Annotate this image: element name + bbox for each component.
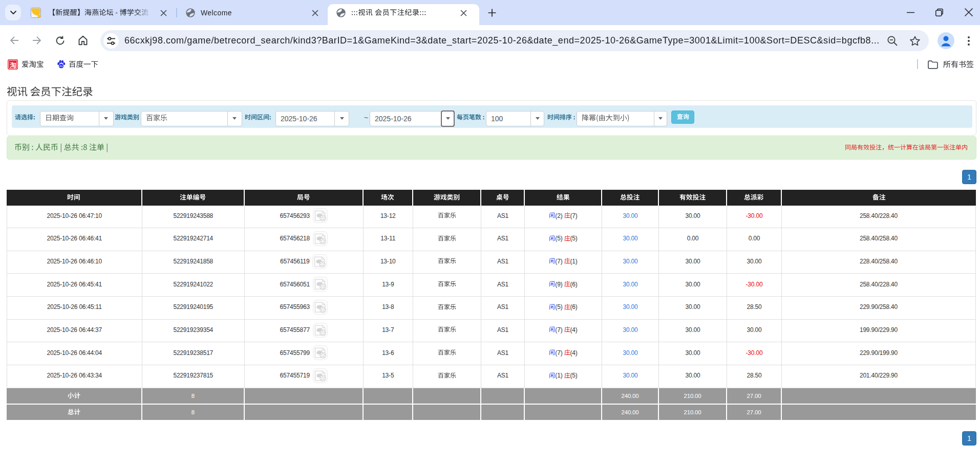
svg-text:du: du <box>59 64 63 68</box>
